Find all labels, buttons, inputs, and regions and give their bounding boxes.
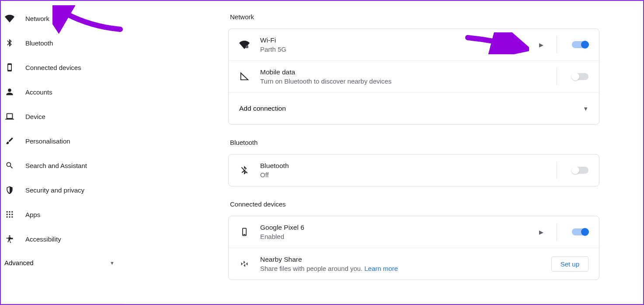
chevron-right-icon: ▶	[536, 42, 546, 48]
phone-icon	[239, 227, 250, 237]
divider	[557, 161, 557, 179]
sidebar-label: Apps	[25, 211, 40, 218]
wifi-subtitle: Parth 5G	[260, 46, 536, 53]
add-connection-row[interactable]: Add connection ▼	[229, 93, 599, 124]
sidebar-item-device[interactable]: Device	[1, 106, 123, 127]
bluetooth-subtitle: Off	[260, 171, 546, 179]
learn-more-link[interactable]: Learn more	[364, 265, 398, 272]
divider	[557, 68, 557, 85]
settings-content: Network Wi-Fi Parth 5G ▶ Mobile data Tur…	[123, 1, 643, 304]
chevron-down-icon: ▼	[583, 105, 588, 112]
sidebar-item-bluetooth[interactable]: Bluetooth	[1, 32, 123, 53]
mobile-title: Mobile data	[260, 68, 546, 76]
pixel-subtitle: Enabled	[260, 233, 536, 240]
sidebar-label: Security and privacy	[25, 186, 84, 194]
nearby-subtitle: Share files with people around you. Lear…	[260, 265, 551, 272]
sidebar-item-apps[interactable]: Apps	[1, 204, 123, 225]
svg-point-9	[9, 235, 10, 237]
wifi-icon	[239, 39, 250, 50]
bluetooth-toggle[interactable]	[572, 167, 588, 174]
pixel-toggle[interactable]	[572, 228, 588, 235]
phone-icon	[4, 62, 15, 73]
bluetooth-card: Bluetooth Off	[228, 154, 599, 186]
svg-point-4	[9, 214, 10, 215]
network-card: Wi-Fi Parth 5G ▶ Mobile data Turn on Blu…	[228, 28, 599, 125]
sidebar-item-network[interactable]: Network	[1, 8, 123, 29]
mobile-data-row[interactable]: Mobile data Turn on Bluetooth to discove…	[229, 61, 599, 93]
shield-icon	[4, 185, 15, 195]
accessibility-icon	[4, 234, 15, 244]
connected-devices-card: Google Pixel 6 Enabled ▶ Nearby Share Sh…	[228, 216, 599, 280]
svg-point-7	[9, 216, 10, 217]
sidebar-item-security-privacy[interactable]: Security and privacy	[1, 179, 123, 200]
chevron-down-icon: ▼	[110, 260, 115, 266]
setup-button[interactable]: Set up	[551, 256, 588, 272]
svg-point-3	[7, 214, 8, 215]
nearby-title: Nearby Share	[260, 256, 551, 263]
svg-point-0	[7, 211, 8, 213]
bluetooth-title: Bluetooth	[260, 162, 546, 170]
signal-icon	[239, 71, 250, 82]
sidebar-item-personalisation[interactable]: Personalisation	[1, 130, 123, 151]
sidebar-label: Accounts	[25, 88, 52, 96]
pixel-title: Google Pixel 6	[260, 224, 536, 231]
apps-grid-icon	[4, 209, 15, 220]
mobile-data-toggle[interactable]	[572, 73, 588, 80]
sidebar-item-accessibility[interactable]: Accessibility	[1, 228, 123, 249]
bluetooth-off-icon	[239, 165, 250, 175]
sidebar-item-search-assistant[interactable]: Search and Assistant	[1, 155, 123, 176]
wifi-title: Wi-Fi	[260, 36, 536, 44]
sidebar-item-accounts[interactable]: Accounts	[1, 81, 123, 102]
sidebar-label: Network	[25, 15, 49, 22]
svg-point-5	[11, 214, 13, 215]
advanced-label: Advanced	[4, 259, 34, 266]
sidebar-label: Accessibility	[25, 235, 61, 243]
nearby-share-icon	[239, 259, 250, 269]
add-connection-label: Add connection	[239, 105, 286, 112]
sidebar-label: Personalisation	[25, 137, 70, 145]
wifi-row[interactable]: Wi-Fi Parth 5G ▶	[229, 29, 599, 61]
wifi-icon	[4, 13, 15, 24]
bluetooth-section-header: Bluetooth	[230, 139, 599, 146]
sidebar-label: Search and Assistant	[25, 162, 87, 169]
sidebar-label: Bluetooth	[25, 39, 53, 47]
chevron-right-icon: ▶	[536, 229, 546, 235]
divider	[557, 223, 557, 241]
brush-icon	[4, 136, 15, 146]
sidebar-advanced[interactable]: Advanced ▼	[1, 253, 123, 273]
divider	[557, 36, 557, 53]
network-section-header: Network	[230, 13, 599, 21]
sidebar-label: Connected devices	[25, 64, 81, 71]
person-icon	[4, 87, 15, 97]
svg-rect-10	[246, 46, 248, 48]
svg-point-6	[7, 216, 8, 217]
wifi-toggle[interactable]	[572, 41, 588, 48]
sidebar-item-connected-devices[interactable]: Connected devices	[1, 57, 123, 78]
search-icon	[4, 160, 15, 171]
svg-point-1	[9, 211, 10, 213]
pixel-row[interactable]: Google Pixel 6 Enabled ▶	[229, 216, 599, 248]
nearby-share-row[interactable]: Nearby Share Share files with people aro…	[229, 248, 599, 280]
settings-sidebar: Network Bluetooth Connected devices Acco…	[1, 1, 123, 304]
laptop-icon	[4, 111, 15, 122]
sidebar-label: Device	[25, 113, 45, 120]
mobile-subtitle: Turn on Bluetooth to discover nearby dev…	[260, 77, 546, 85]
connected-devices-section-header: Connected devices	[230, 200, 599, 208]
svg-point-8	[11, 216, 13, 217]
svg-point-2	[11, 211, 13, 213]
bluetooth-icon	[4, 38, 15, 48]
bluetooth-row[interactable]: Bluetooth Off	[229, 154, 599, 186]
